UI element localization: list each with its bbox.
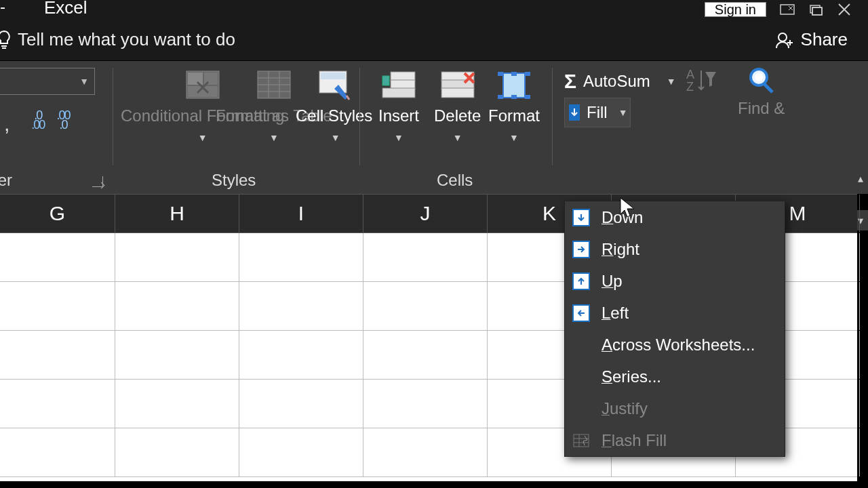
- svg-point-29: [755, 73, 763, 81]
- table-icon: [255, 68, 293, 103]
- chevron-down-icon: ▼: [453, 127, 462, 148]
- svg-rect-14: [382, 88, 415, 98]
- insert-cells-icon: [380, 68, 418, 103]
- ribbon-display-icon[interactable]: [773, 1, 802, 18]
- fill-down-icon: [569, 104, 580, 121]
- sort-filter-button[interactable]: AZ: [685, 66, 717, 99]
- svg-rect-18: [441, 88, 474, 98]
- chevron-down-icon: ▼: [79, 76, 89, 87]
- flash-fill-item[interactable]: Flash Fill: [565, 424, 785, 456]
- delete-cells-icon: [439, 68, 477, 103]
- styles-group-label: Styles: [212, 171, 256, 190]
- title-bar: up] - Excel Sign in: [0, 0, 868, 19]
- chevron-down-icon: ▼: [198, 127, 208, 148]
- fill-right-item[interactable]: Right: [565, 233, 785, 265]
- cell-styles-button[interactable]: Cell Styles▼: [296, 68, 372, 148]
- share-button[interactable]: Share: [775, 29, 848, 50]
- lightbulb-icon: [0, 30, 18, 50]
- svg-rect-21: [525, 72, 530, 76]
- chevron-down-icon: ▼: [667, 76, 676, 87]
- fill-series-item[interactable]: Series...: [565, 361, 785, 392]
- fill-left-item[interactable]: Left: [565, 297, 785, 329]
- svg-rect-2: [812, 7, 822, 15]
- svg-text:A: A: [686, 68, 694, 81]
- svg-rect-15: [382, 76, 389, 85]
- app-name: Excel: [44, 0, 87, 18]
- flash-fill-icon: [572, 431, 591, 450]
- chevron-down-icon: ▼: [509, 127, 519, 148]
- col-header[interactable]: I: [239, 195, 363, 232]
- sign-in-button[interactable]: Sign in: [705, 2, 766, 17]
- chevron-down-icon: ▼: [618, 107, 628, 118]
- col-header[interactable]: J: [363, 195, 488, 232]
- chevron-down-icon: ▼: [394, 127, 403, 148]
- svg-rect-22: [498, 95, 503, 99]
- chevron-down-icon: ▼: [269, 127, 279, 148]
- format-button[interactable]: Format ▼: [488, 68, 540, 148]
- name-box[interactable]: ▼: [0, 68, 95, 95]
- fill-across-worksheets-item[interactable]: Across Worksheets...: [565, 329, 785, 361]
- sort-find-group: AZ Find &: [685, 66, 785, 118]
- fill-menu: DDownown Right Up Left Across Worksheets…: [564, 201, 785, 457]
- fill-justify-item[interactable]: Justify: [565, 392, 785, 424]
- share-icon: [775, 30, 794, 49]
- increase-decimal-button[interactable]: .0.00: [31, 110, 44, 129]
- svg-point-4: [778, 33, 787, 41]
- tell-me-text: Tell me what you want to do: [18, 29, 235, 50]
- close-icon[interactable]: [830, 1, 859, 18]
- sigma-icon: Σ: [564, 70, 576, 93]
- number-format-buttons: , .0.00 .00.0: [4, 108, 69, 131]
- svg-rect-6: [188, 73, 203, 85]
- ribbon: ▼ , .0.00 .00.0 nber Conditional Formatt…: [0, 61, 868, 194]
- cells-group-label: Cells: [437, 171, 473, 190]
- svg-rect-11: [321, 73, 345, 79]
- scroll-up-button[interactable]: ▴: [853, 168, 868, 188]
- chevron-down-icon: ▼: [331, 127, 340, 148]
- minimize-icon[interactable]: [802, 1, 830, 18]
- comma-style-button[interactable]: ,: [4, 113, 9, 136]
- decrease-decimal-button[interactable]: .00.0: [56, 110, 69, 129]
- insert-button[interactable]: Insert ▼: [378, 68, 419, 148]
- svg-rect-25: [511, 95, 517, 99]
- col-header[interactable]: H: [115, 195, 239, 232]
- tell-me-bar[interactable]: Tell me what you want to do Share: [0, 19, 868, 61]
- number-group-label: nber: [0, 171, 12, 190]
- svg-rect-20: [498, 72, 503, 76]
- number-dialog-launcher[interactable]: [92, 176, 103, 187]
- delete-button[interactable]: Delete ▼: [434, 68, 481, 148]
- sort-filter-icon: AZ: [685, 66, 717, 96]
- format-cells-icon: [495, 68, 533, 103]
- svg-rect-30: [574, 434, 589, 447]
- col-header[interactable]: G: [0, 195, 115, 232]
- find-icon: [747, 66, 776, 96]
- svg-rect-19: [503, 73, 525, 98]
- svg-text:Z: Z: [686, 80, 694, 94]
- svg-rect-23: [525, 95, 530, 99]
- doc-name-fragment: up] -: [0, 0, 5, 16]
- find-select-button[interactable]: Find &: [738, 66, 785, 118]
- fill-button[interactable]: Fill ▼: [564, 98, 631, 127]
- cell-styles-icon: [315, 68, 353, 103]
- fill-up-item[interactable]: Up: [565, 265, 785, 297]
- fill-down-item[interactable]: DDownown: [565, 201, 785, 233]
- svg-rect-24: [511, 72, 517, 76]
